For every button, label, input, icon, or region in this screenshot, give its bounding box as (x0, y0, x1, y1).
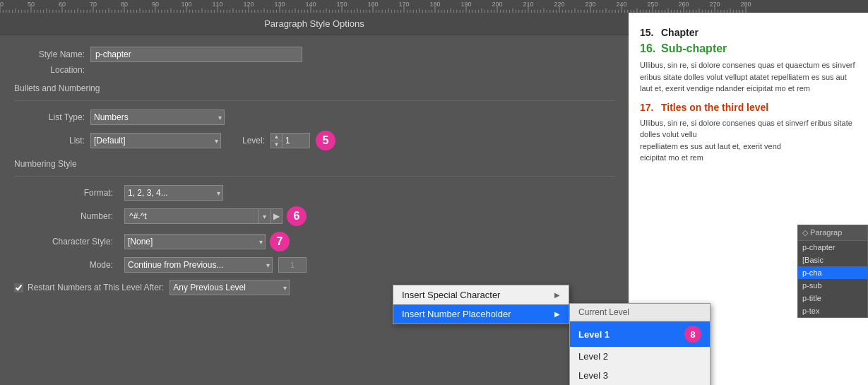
location-label: Location: (14, 65, 85, 75)
submenu-level-1[interactable]: Level 1 8 (570, 321, 710, 347)
list-type-select[interactable]: Numbers (90, 109, 225, 125)
format-label: Format: (14, 188, 113, 198)
mode-value-display: 1 (278, 257, 307, 273)
para-style-p-title[interactable]: p-title (798, 292, 867, 304)
list-select[interactable]: [Default] (90, 133, 221, 148)
section-numbering-header: Numbering Style (14, 159, 614, 169)
submenu-level-2[interactable]: Level 2 (570, 347, 710, 366)
list-type-label: List Type: (14, 112, 85, 122)
insert-special-char-label: Insert Special Character (402, 290, 500, 300)
insert-special-char-item[interactable]: Insert Special Character ▶ (393, 285, 569, 304)
number-input[interactable] (124, 208, 258, 224)
doc-body-1: Ullibus, sin re, si dolore consenes quas… (640, 59, 857, 95)
badge-6: 6 (287, 206, 307, 226)
dialog-panel: Paragraph Style Options Style Name: Loca… (0, 13, 629, 385)
submenu-level-1-label: Level 1 (578, 329, 610, 340)
submenu-level-3-label: Level 3 (578, 370, 608, 381)
para-styles-panel: ◇ Paragrap p-chapter [Basic p-cha p-sub … (797, 225, 868, 318)
ruler (0, 0, 868, 13)
dialog-title-text: Paragraph Style Options (264, 18, 364, 29)
doc-text-third: Titles on the third level (661, 102, 768, 113)
para-style-p-tex[interactable]: p-tex (798, 304, 867, 317)
number-label: Number: (14, 211, 113, 221)
any-prev-select[interactable]: Any Previous Level (170, 280, 290, 295)
level-label: Level: (242, 136, 265, 146)
para-style-p-sub[interactable]: p-sub (798, 279, 867, 292)
para-style-p-chapter[interactable]: p-chapter (798, 241, 867, 254)
insert-number-placeholder-label: Insert Number Placeholder (402, 309, 511, 319)
list-label: List: (14, 136, 85, 146)
restart-label: Restart Numbers at This Level After: (28, 283, 164, 292)
para-style-p-cha[interactable]: p-cha (798, 266, 867, 279)
submenu-arrow-1: ▶ (554, 291, 560, 299)
level-up-arrow[interactable]: ▲ (271, 134, 282, 141)
mode-label: Mode: (14, 260, 113, 270)
restart-checkbox[interactable] (14, 283, 23, 292)
mode-select[interactable]: Continue from Previous... (124, 257, 273, 273)
style-name-label: Style Name: (14, 49, 85, 59)
doc-text-chapter: Chapter (661, 27, 698, 38)
doc-num-15: 15. (640, 27, 661, 38)
badge-7: 7 (270, 232, 290, 251)
submenu: Current Level Level 1 8 Level 2 Level 3 (569, 303, 711, 385)
para-style-basic[interactable]: [Basic (798, 254, 867, 266)
dialog-title: Paragraph Style Options (0, 13, 629, 35)
submenu-level-2-label: Level 2 (578, 351, 608, 362)
context-menu-level1: Insert Special Character ▶ Insert Number… (393, 285, 569, 324)
level-input[interactable] (282, 133, 310, 148)
doc-text-subchapter: Sub-chapter (661, 42, 727, 55)
badge-8: 8 (684, 326, 701, 343)
format-select[interactable]: 1, 2, 3, 4... (124, 185, 223, 201)
style-name-input[interactable] (90, 47, 302, 62)
insert-number-placeholder-item[interactable]: Insert Number Placeholder ▶ Current Leve… (393, 304, 569, 324)
submenu-arrow-2: ▶ (554, 310, 560, 318)
context-menu: Insert Special Character ▶ Insert Number… (393, 285, 569, 324)
doc-num-17: 17. (640, 102, 661, 113)
char-style-select[interactable]: [None] (124, 234, 266, 249)
number-dropdown-btn[interactable]: ▾ (258, 208, 271, 224)
submenu-level-3[interactable]: Level 3 (570, 366, 710, 385)
number-expand-btn[interactable]: ▶ (271, 208, 283, 224)
doc-body-2: Ullibus, sin re, si dolore consenes quas… (640, 117, 857, 164)
submenu-header: Current Level (570, 304, 710, 321)
badge-5: 5 (316, 131, 335, 150)
section-bullets-header: Bullets and Numbering (14, 83, 614, 93)
doc-num-16: 16. (640, 42, 661, 55)
level-down-arrow[interactable]: ▼ (271, 141, 282, 148)
char-style-label: Character Style: (14, 237, 113, 247)
para-styles-header: ◇ Paragrap (798, 225, 867, 241)
